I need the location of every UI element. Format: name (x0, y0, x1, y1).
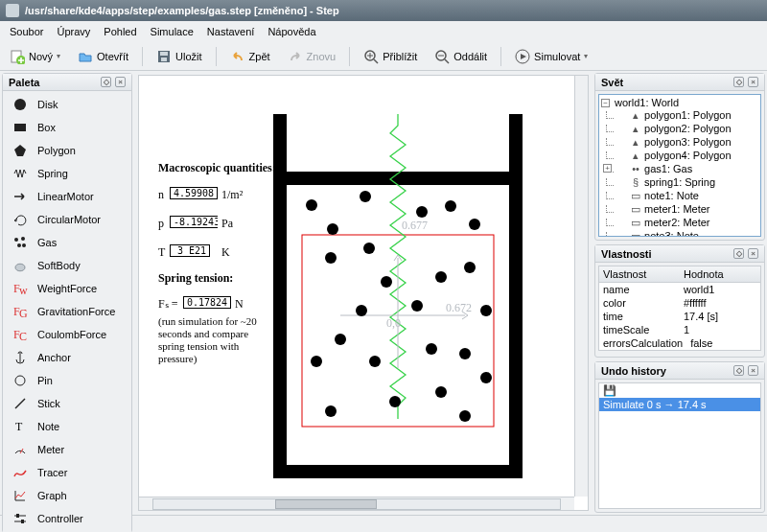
linearmotor-icon (11, 189, 30, 204)
svg-text:Pa: Pa (221, 217, 234, 230)
zoomout-button[interactable]: Oddálit (430, 47, 491, 66)
horizontal-scrollbar[interactable] (139, 497, 574, 510)
palette-item-tracer[interactable]: Tracer (3, 461, 131, 484)
circularmotor-icon (11, 212, 30, 227)
properties-table[interactable]: VlastnostHodnota nameworld1color#fffffft… (598, 266, 761, 351)
palette-item-disk[interactable]: Disk (3, 93, 131, 116)
tree-item[interactable]: ▭ meter2: Meter (603, 216, 756, 229)
svg-line-21 (15, 399, 25, 408)
svg-text:0.677: 0.677 (402, 219, 428, 232)
menu-nastaveni[interactable]: Nastavení (201, 24, 261, 39)
readout-n: 4.59908 (170, 187, 218, 199)
property-row[interactable]: color#ffffff (599, 296, 760, 310)
tree-item[interactable]: ▭ note1: Note (603, 189, 756, 202)
palette-item-label: Graph (37, 490, 67, 501)
svg-point-58 (325, 405, 337, 417)
menu-napoveda[interactable]: Nápověda (262, 24, 321, 39)
canvas[interactable]: Macroscopic quantities: n4.599081/m² p-8… (138, 75, 589, 511)
svg-point-45 (360, 191, 371, 202)
svg-point-63 (459, 348, 471, 359)
panel-close-icon[interactable]: × (115, 77, 126, 87)
open-button[interactable]: Otevřít (74, 47, 132, 66)
svg-point-60 (435, 271, 447, 283)
save-icon (156, 49, 172, 64)
menu-simulace[interactable]: Simulace (145, 24, 199, 39)
redo-icon (288, 49, 303, 64)
note-icon: T (11, 419, 30, 434)
svg-point-11 (21, 237, 25, 241)
svg-text:T: T (15, 420, 23, 433)
svg-point-64 (480, 372, 492, 383)
palette-item-coulombforce[interactable]: FCCoulombForce (3, 323, 131, 346)
undo-button[interactable]: Zpět (226, 47, 274, 66)
palette-item-polygon[interactable]: Polygon (3, 139, 131, 162)
palette-item-label: Note (37, 421, 59, 432)
note-heading: Macroscopic quantities: (158, 161, 276, 174)
tree-expand-icon[interactable]: + (603, 164, 612, 173)
palette-item-box[interactable]: Box (3, 116, 131, 139)
panel-close-icon[interactable]: × (748, 77, 758, 87)
undo-list[interactable]: 💾 Simulate 0 s → 17.4 s (598, 382, 761, 509)
palette-item-label: LinearMotor (37, 191, 94, 202)
tree-item[interactable]: ▴ polygon3: Polygon (603, 135, 756, 149)
menu-soubor[interactable]: Soubor (4, 24, 49, 39)
svg-text:G: G (19, 307, 28, 319)
zoomin-button[interactable]: Přiblížit (360, 47, 421, 66)
tree-item[interactable]: ▴ polygon1: Polygon (603, 108, 756, 122)
menubar: Soubor Úpravy Pohled Simulace Nastavení … (0, 21, 767, 42)
palette-item-weightforce[interactable]: FwWeightForce (3, 277, 131, 300)
menu-upravy[interactable]: Úpravy (51, 24, 96, 39)
save-button[interactable]: Uložit (152, 47, 206, 66)
palette-item-gravitationforce[interactable]: FGGravitationForce (3, 300, 131, 323)
new-button[interactable]: Nový▾ (6, 47, 64, 66)
tree-item[interactable]: ▭ note3: Note (603, 229, 756, 237)
palette-item-label: Tracer (37, 467, 67, 478)
tree-item[interactable]: ▭ meter1: Meter (603, 202, 756, 216)
dropdown-icon[interactable]: ▾ (57, 52, 60, 60)
tree-collapse-icon[interactable]: − (601, 99, 610, 107)
property-row[interactable]: nameworld1 (599, 283, 760, 296)
tree-item[interactable]: ▴ polygon4: Polygon (603, 149, 756, 162)
world-tree[interactable]: −world1: World▴ polygon1: Polygon▴ polyg… (598, 94, 761, 237)
palette-item-circularmotor[interactable]: CircularMotor (3, 208, 131, 231)
stick-icon (11, 396, 30, 411)
palette-item-linearmotor[interactable]: LinearMotor (3, 185, 131, 208)
undo-item[interactable]: Simulate 0 s → 17.4 s (599, 398, 760, 411)
vertical-scrollbar[interactable] (574, 76, 588, 497)
palette-item-stick[interactable]: Stick (3, 392, 131, 415)
save-icon: 💾 (603, 384, 615, 397)
palette-item-spring[interactable]: Spring (3, 162, 131, 185)
menu-pohled[interactable]: Pohled (98, 24, 142, 39)
palette-item-graph[interactable]: Graph (3, 484, 131, 507)
palette-item-note[interactable]: TNote (3, 415, 131, 438)
panel-restore-icon[interactable]: ◇ (733, 77, 744, 87)
svg-point-59 (411, 300, 423, 312)
svg-text:0.672: 0.672 (446, 301, 472, 314)
panel-restore-icon[interactable]: ◇ (101, 77, 111, 87)
palette-item-gas[interactable]: Gas (3, 231, 131, 254)
property-row[interactable]: time17.4 [s] (599, 310, 760, 323)
tree-item[interactable]: +•• gas1: Gas (603, 162, 756, 175)
palette-item-label: Pin (37, 375, 53, 386)
property-row[interactable]: errorsCalculationfalse (599, 336, 760, 350)
tree-item[interactable]: ▴ polygon2: Polygon (603, 122, 756, 135)
redo-button[interactable]: Znovu (284, 47, 340, 66)
undo-icon (230, 49, 245, 64)
toolbar: Nový▾ Otevřít Uložit Zpět Znovu Přiblíži… (0, 42, 767, 71)
palette-item-anchor[interactable]: Anchor (3, 346, 131, 369)
property-row[interactable]: timeScale1 (599, 323, 760, 336)
dropdown-icon[interactable]: ▾ (584, 52, 588, 60)
undo-item[interactable]: 💾 (599, 383, 760, 398)
simulate-button[interactable]: Simulovat▾ (511, 47, 592, 66)
disk-icon (11, 97, 30, 112)
palette-item-label: CoulombForce (37, 329, 106, 340)
readout-T: 3 E21 (170, 244, 210, 257)
palette-item-pin[interactable]: Pin (3, 369, 131, 392)
open-icon (78, 49, 93, 64)
palette-item-controller[interactable]: Controller (3, 507, 131, 530)
palette-item-softbody[interactable]: SoftBody (3, 254, 131, 277)
new-icon (10, 49, 25, 64)
palette-item-meter[interactable]: Meter (3, 438, 131, 461)
svg-rect-25 (16, 514, 19, 518)
tree-item[interactable]: § spring1: Spring (603, 175, 756, 189)
